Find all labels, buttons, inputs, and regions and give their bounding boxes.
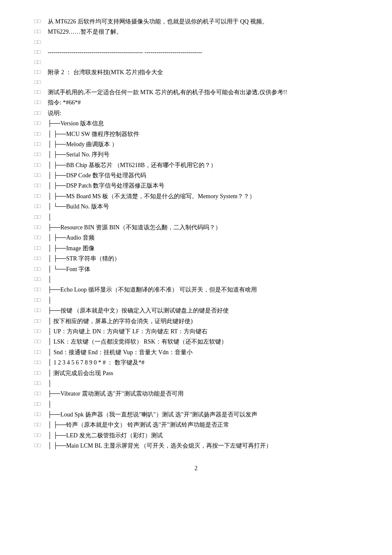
line: □□├──按键 （原本就是中文）按确定入入可以测试键盘上的键是否好使 [34, 306, 358, 315]
line-prefix: □□ [34, 192, 47, 201]
line-content: │ [48, 296, 358, 305]
line-content: ├──按键 （原本就是中文）按确定入入可以测试键盘上的键是否好使 [48, 306, 358, 315]
line-prefix: □□ [34, 78, 47, 87]
line-content: ----------------------------------------… [48, 48, 358, 57]
line-content: ├──Echo Loop 循环显示（不知道翻译的准不准） 可以开关，但是不知道有… [48, 285, 358, 295]
line: □□│ [34, 296, 358, 305]
line: □□从 MT6226 后软件均可支持网络摄像头功能，也就是说你的机子可以用于 Q… [34, 17, 358, 26]
line: □□附录 2 ： 台湾联发科技(MTK 芯片)指令大全 [34, 68, 358, 77]
line: □□│ Snd：接通键 End：挂机键 Vup：音量大 Vdn：音量小 [34, 348, 358, 357]
line: □□│ ├──MS Board MS 板（不太清楚，不知是什么的缩写。Memor… [34, 192, 358, 201]
line-content: │ [48, 275, 358, 284]
line: □□│ 1 2 3 4 5 6 7 8 9 0 * # ： 数字键及*# [34, 358, 358, 367]
line-prefix: □□ [34, 358, 47, 367]
line-content: ├──Vibrator 震动测试 选"开"测试震动功能是否可用 [48, 389, 358, 399]
line-content: ├──Version 版本信息 [48, 119, 358, 128]
line-prefix: □□ [34, 317, 47, 326]
line: □□指令: *#66*# [34, 98, 358, 107]
line-content: │ └──Build No. 版本号 [48, 202, 358, 211]
line: □□测试手机用的,不一定适合任何一款 MTK 芯片的机,有的机子指令可能会有出渗… [34, 88, 358, 97]
line-prefix: □□ [34, 431, 47, 440]
line: □□│ LSK：左软键（一点都没觉得软） RSK：有软键（还不如左软键） [34, 337, 358, 347]
line-prefix: □□ [34, 379, 47, 388]
line-prefix: □□ [34, 119, 47, 128]
line-prefix: □□ [34, 109, 47, 118]
line-prefix: □□ [34, 17, 47, 26]
line-content: │ ├──BB Chip 基板芯片 （MT6218B，还有哪个手机用它的？） [48, 161, 358, 170]
line: □□│ ├──铃声（原本就是中文） 铃声测试 选"开"测试铃声功能是否正常 [34, 420, 358, 430]
line-content: │ ├──MCU SW 微程序控制器软件 [48, 130, 358, 139]
line-prefix: □□ [34, 369, 47, 378]
line-prefix: □□ [34, 337, 47, 346]
line: □□├──Vibrator 震动测试 选"开"测试震动功能是否可用 [34, 389, 358, 399]
page-number: 2 [34, 464, 358, 473]
line: □□│ ├──Main LCM BL 主显示屏背光 （可开关，选关会熄灭，再按一… [34, 441, 358, 451]
line-content: │ UP：方向键上 DN：方向键下 LF：方向键左 RT：方向键右 [48, 327, 358, 336]
line: □□│ 测试完成后会出现 Pass [34, 369, 358, 378]
line: □□│ ├──Audio 音频 [34, 233, 358, 243]
line-content: │ ├──MS Board MS 板（不太清楚，不知是什么的缩写。Memory … [48, 192, 358, 201]
line-content: │ [48, 213, 358, 222]
line: □□│ ├──MCU SW 微程序控制器软件 [34, 130, 358, 139]
line-prefix: □□ [34, 389, 47, 398]
line-prefix: □□ [34, 140, 47, 149]
line-prefix: □□ [34, 48, 47, 57]
line-prefix: □□ [34, 98, 47, 107]
line-content: │ ├──Audio 音频 [48, 233, 358, 243]
line-content: 附录 2 ： 台湾联发科技(MTK 芯片)指令大全 [48, 68, 358, 77]
line-content: │ [48, 400, 358, 409]
line-prefix: □□ [34, 38, 47, 47]
line-prefix: □□ [34, 58, 47, 67]
line: □□│ [34, 379, 358, 388]
line-content: │ [48, 379, 358, 388]
line: □□--------------------------------------… [34, 48, 358, 57]
line-prefix: □□ [34, 202, 47, 211]
line-content: 测试手机用的,不一定适合任何一款 MTK 芯片的机,有的机子指令可能会有出渗透,… [48, 88, 358, 97]
line-prefix: □□ [34, 400, 47, 409]
line-prefix: □□ [34, 254, 47, 263]
line: □□ [34, 78, 358, 87]
line: □□MT6229……暂不是很了解。 [34, 27, 358, 37]
line-content: │ ├──DSP Patch 数字信号处理器修正版本号 [48, 181, 358, 191]
line: □□│ ├──BB Chip 基板芯片 （MT6218B，还有哪个手机用它的？） [34, 161, 358, 170]
line-prefix: □□ [34, 130, 47, 139]
line: □□│ UP：方向键上 DN：方向键下 LF：方向键左 RT：方向键右 [34, 327, 358, 336]
line-prefix: □□ [34, 223, 47, 232]
line-content: │ ├──Main LCM BL 主显示屏背光 （可开关，选关会熄灭，再按一下左… [48, 441, 358, 451]
line-prefix: □□ [34, 306, 47, 315]
line: □□│ └──Font 字体 [34, 265, 358, 274]
line-content: ├──Resource BIN 资源 BIN（不知道该怎么翻，二入制代码吗？） [48, 223, 358, 232]
line-content: │ └──Font 字体 [48, 265, 358, 274]
line-prefix: □□ [34, 213, 47, 222]
line-content: │ ├──铃声（原本就是中文） 铃声测试 选"开"测试铃声功能是否正常 [48, 420, 358, 430]
line-prefix: □□ [34, 161, 47, 170]
line-content: │ ├──STR 字符串（猜的） [48, 254, 358, 263]
line: □□│ ├──DSP Code 数字信号处理器代码 [34, 171, 358, 180]
line: □□│ ├──Serial No. 序列号 [34, 150, 358, 159]
line: □□│ ├──STR 字符串（猜的） [34, 254, 358, 263]
line: □□│ ├──DSP Patch 数字信号处理器修正版本号 [34, 181, 358, 191]
line-prefix: □□ [34, 285, 47, 294]
line-prefix: □□ [34, 296, 47, 305]
line: □□├──Version 版本信息 [34, 119, 358, 128]
line-prefix: □□ [34, 171, 47, 180]
line-content: │ ├──Image 图像 [48, 244, 358, 253]
line-content: │ ├──Melody 曲调版本 ） [48, 140, 358, 149]
line-content: │ ├──LED 发光二极管指示灯（彩灯）测试 [48, 431, 358, 440]
line: □□│ ├──Image 图像 [34, 244, 358, 253]
line-prefix: □□ [34, 27, 47, 36]
line: □□说明: [34, 109, 358, 118]
line-content: 指令: *#66*# [48, 98, 358, 107]
line: □□├──Resource BIN 资源 BIN（不知道该怎么翻，二入制代码吗？… [34, 223, 358, 232]
line-prefix: □□ [34, 181, 47, 190]
line-content: │ ├──Serial No. 序列号 [48, 150, 358, 159]
line-prefix: □□ [34, 410, 47, 419]
line-content: │ 1 2 3 4 5 6 7 8 9 0 * # ： 数字键及*# [48, 358, 358, 367]
line-prefix: □□ [34, 275, 47, 284]
line: □□ [34, 38, 358, 47]
page-content: □□从 MT6226 后软件均可支持网络摄像头功能，也就是说你的机子可以用于 Q… [34, 17, 358, 473]
line: □□├──Echo Loop 循环显示（不知道翻译的准不准） 可以开关，但是不知… [34, 285, 358, 295]
line-content: │ LSK：左软键（一点都没觉得软） RSK：有软键（还不如左软键） [48, 337, 358, 347]
line: □□│ [34, 213, 358, 222]
line-prefix: □□ [34, 233, 47, 242]
